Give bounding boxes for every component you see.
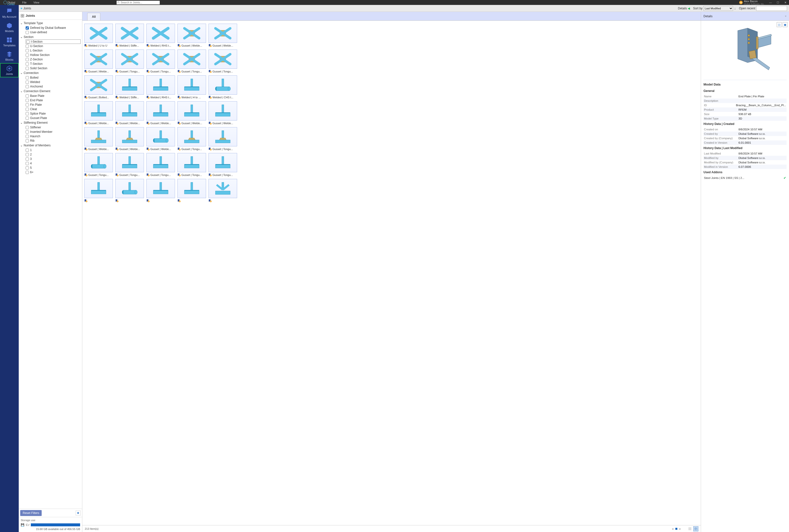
gallery-item[interactable]: Welded | RHS t... [146,75,175,99]
user-area[interactable]: AB Alex Bacon Dlubal Software, Inc. [739,0,764,5]
gallery-item[interactable]: Gusset | Tongu... [208,127,237,151]
gallery-item[interactable]: Gusset | Tongu... [208,50,237,73]
filter-option[interactable]: Welded [26,80,81,84]
sort-direction-button[interactable]: ↓ [733,6,737,11]
open-recent-input[interactable] [756,6,787,11]
filter-option[interactable]: Base Plate [26,94,81,98]
minimize-button[interactable]: — [767,1,774,4]
checkbox[interactable] [26,94,29,98]
checkbox[interactable] [26,99,29,102]
gallery-item[interactable]: Gusset | Welde... [84,127,113,151]
preview-image-button[interactable]: ▣ [783,22,788,27]
sidebar-item-templates[interactable]: Templates [0,35,19,49]
checkbox[interactable] [26,58,29,61]
close-details-button[interactable]: × [785,15,787,18]
checkbox[interactable] [26,44,29,48]
checkbox[interactable] [26,130,29,134]
pager-prev-icon[interactable]: ◄ [671,527,674,530]
checkbox[interactable] [26,153,29,156]
filter-group-template-type[interactable]: ⌄Template Type [20,21,81,26]
global-search-input[interactable] [117,1,160,4]
gallery-item[interactable]: Gusset | Tongu... [84,153,113,176]
pager-next-icon[interactable]: ► [679,527,681,530]
checkbox[interactable] [26,157,29,161]
checkbox[interactable] [26,103,29,107]
gallery-item[interactable]: Welded | RHS t... [146,24,175,47]
filter-option[interactable]: Defined by Dlubal Software [26,26,81,30]
filter-option[interactable]: 5 [26,166,81,170]
gallery-item[interactable]: Welded | U to U [84,24,113,47]
sortby-select[interactable]: Last Modified [703,6,733,11]
filter-option[interactable]: Rib [26,138,81,143]
filter-option[interactable]: Inserted Member [26,130,81,134]
checkbox[interactable] [26,135,29,138]
gallery-item[interactable]: Gusset | Welde... [146,101,175,125]
close-button[interactable]: ✕ [782,1,789,4]
gallery-item[interactable]: Gusset | Tongu... [177,153,206,176]
filter-option[interactable]: User-defined [26,30,81,35]
gallery-item[interactable]: Gusset | Tongu... [208,153,237,176]
filter-group-connection-element[interactable]: ⌄Connection Element [20,89,81,94]
checkbox[interactable] [26,62,29,65]
gallery-item[interactable]: Gusset | Welde... [146,127,175,151]
gallery-item[interactable]: Gusset | Welde... [177,101,206,125]
gallery-item[interactable]: Welded | CHS t... [208,75,237,99]
gallery-item[interactable]: Gusset | Welde... [208,24,237,47]
checkbox[interactable] [26,76,29,79]
filter-option[interactable]: 3 [26,157,81,161]
gallery-item[interactable]: Gusset | Tongu... [177,127,206,151]
favorite-button[interactable]: ★ [76,511,81,515]
sidebar-item-blocks[interactable]: Blocks [0,49,19,63]
checkbox[interactable] [26,49,29,52]
filter-option[interactable]: Solid Section [26,66,81,71]
filter-option[interactable]: U-Section [26,44,81,48]
filter-option[interactable]: Z-Section [26,57,81,62]
filter-option[interactable]: 6+ [26,170,81,174]
checkbox[interactable] [26,31,29,34]
checkbox[interactable] [26,149,29,152]
gallery-item[interactable] [208,179,237,202]
menu-view[interactable]: View [30,1,43,4]
gallery-item[interactable]: Gusset | Tongu... [115,50,144,73]
reset-filters-button[interactable]: Reset Filters [20,510,42,516]
gallery-item[interactable]: Gusset | Welde... [115,101,144,125]
gallery-item[interactable] [115,179,144,202]
filter-group-number-of-members[interactable]: ⌄Number of Members [20,143,81,148]
gallery-item[interactable]: Gusset | Welde... [84,101,113,125]
gallery-item[interactable] [177,179,206,202]
checkbox[interactable] [26,40,30,43]
gallery-item[interactable]: Gusset | Welde... [208,101,237,125]
preview-3d-button[interactable]: ◫ [777,22,782,27]
pager-dot[interactable] [675,528,677,530]
gallery-item[interactable]: Gusset | Welde... [84,50,113,73]
sidebar-item-my-account[interactable]: My Account [0,6,19,20]
gallery-item[interactable]: Gusset | Tongu... [146,153,175,176]
sidebar-item-models[interactable]: Models [0,20,19,35]
tab-all[interactable]: All [87,13,100,20]
filter-group-section[interactable]: ⌄Section [20,35,81,39]
checkbox[interactable] [26,80,29,84]
gallery-item[interactable]: Gusset | Welde... [115,127,144,151]
gallery-item[interactable] [146,179,175,202]
view-list-button[interactable] [688,526,692,531]
checkbox[interactable] [26,117,29,120]
checkbox[interactable] [26,162,29,165]
filter-option[interactable]: Haunch [26,134,81,138]
sidebar-item-joints[interactable]: Joints [0,63,19,77]
filter-option[interactable]: 4 [26,161,81,166]
checkbox[interactable] [26,67,29,70]
filter-option[interactable]: L-Section [26,48,81,53]
filter-option[interactable]: Fin Plate [26,102,81,107]
checkbox[interactable] [26,85,29,88]
checkbox[interactable] [26,54,29,57]
gallery-item[interactable]: Welded | Stiffe... [115,75,144,99]
filter-option[interactable]: Anchored [26,84,81,89]
filter-option[interactable]: Splice Plate [26,111,81,116]
gallery-item[interactable]: Welded | Stiffe... [115,24,144,47]
checkbox[interactable] [26,166,29,170]
filter-option[interactable]: T-Section [26,62,81,66]
filter-option[interactable]: Bolted [26,75,81,80]
checkbox[interactable] [26,108,29,111]
filter-option[interactable]: 2 [26,152,81,157]
view-grid-button[interactable] [693,526,698,531]
